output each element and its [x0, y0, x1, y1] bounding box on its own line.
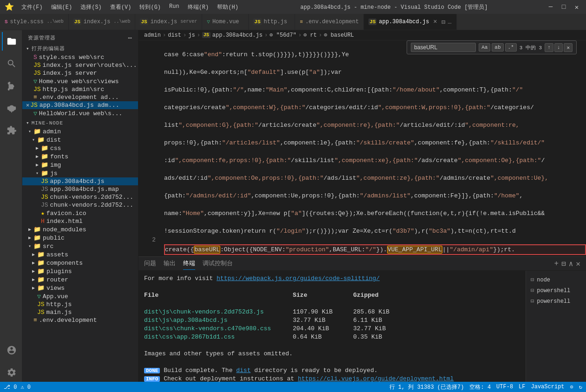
file-icon-html: H — [41, 218, 45, 225]
debug-activity-icon[interactable] — [2, 99, 20, 118]
folder-admin[interactable]: ▾ 📁 admin — [22, 127, 138, 136]
file-env-root[interactable]: ▶ ≡ .env.development — [22, 316, 138, 324]
webpack-link[interactable]: https://webpack.js.org/guides/code-split… — [217, 275, 380, 282]
folder-components[interactable]: ▶ 📁 components — [22, 259, 138, 267]
menu-file[interactable]: 文件(F) — [18, 2, 46, 12]
minimize-button[interactable]: ─ — [546, 3, 555, 11]
file-app-js-map[interactable]: JS app.308a4bcd.js.map — [22, 185, 138, 193]
folder-fonts[interactable]: ▶ 📁 fonts — [22, 152, 138, 161]
dist-link[interactable]: dist — [236, 367, 250, 374]
settings-activity-icon[interactable] — [2, 363, 20, 382]
terminal-tab-terminal[interactable]: 终端 — [183, 257, 195, 270]
folder-dist[interactable]: ▾ 📁 dist — [22, 136, 138, 144]
terminal-collapse-btn[interactable]: ∧ — [569, 259, 573, 268]
folder-plugins[interactable]: ▶ 📁 plugins — [22, 267, 138, 275]
close-icon[interactable]: ✕ — [26, 102, 29, 109]
open-editor-helloworld-vue[interactable]: ▽ HelloWorld.vue web\s... — [22, 109, 138, 118]
mine-node-header[interactable]: ▾ MINE-NODE — [22, 118, 138, 127]
account-activity-icon[interactable] — [2, 341, 20, 359]
terminal-powershell-1-item[interactable]: ⊟ powershell — [526, 285, 586, 296]
folder-public[interactable]: ▶ 📁 public — [22, 234, 138, 242]
tab-env-development[interactable]: ≡ .env.development — [295, 14, 364, 30]
file-main-js[interactable]: ▶ JS main.js — [22, 308, 138, 316]
menu-run[interactable]: Run — [165, 2, 183, 12]
status-eol[interactable]: LF — [519, 384, 525, 390]
status-language[interactable]: JavaScript — [531, 384, 565, 390]
sidebar-more-icon[interactable]: ⋯ — [128, 34, 132, 42]
open-editor-http-js[interactable]: JS http.js admin\src — [22, 85, 138, 93]
js-file-icon-http: JS — [33, 86, 41, 93]
menu-view[interactable]: 查看(V) — [106, 2, 135, 12]
open-editors-header[interactable]: ▾ 打开的编辑器 — [22, 44, 138, 53]
menu-terminal[interactable]: 终端(R) — [184, 2, 213, 12]
terminal-powershell-2-item[interactable]: ⊟ powershell — [526, 296, 586, 307]
vuecli-link[interactable]: https://cli.vuejs.org/guide/deployment.h… — [298, 375, 454, 382]
tab-home-vue[interactable]: ▽ Home.vue — [202, 14, 249, 30]
status-errors[interactable]: ⚠ 0 — [20, 384, 31, 391]
status-cursor[interactable]: 行 1, 列 31383 (已选择7) — [389, 383, 464, 391]
open-editor-home-vue[interactable]: ▽ Home.vue web\src\views — [22, 77, 138, 85]
open-editor-env[interactable]: ≡ .env.development ad... — [22, 93, 138, 101]
terminal-node-item[interactable]: ⊟ node — [526, 274, 586, 285]
file-app-vue[interactable]: ▶ ▽ App.vue — [22, 292, 138, 301]
find-regex-btn[interactable]: .* — [505, 43, 517, 52]
find-case-btn[interactable]: Aa — [479, 43, 490, 52]
status-git-branch[interactable]: ⎇ 0 — [4, 384, 17, 391]
menu-edit[interactable]: 编辑(E) — [47, 2, 76, 12]
file-favicon[interactable]: ▶ ★ favicon.ico — [22, 209, 138, 217]
explorer-activity-icon[interactable] — [2, 32, 20, 51]
find-input[interactable] — [411, 43, 476, 52]
folder-css[interactable]: ▶ 📁 css — [22, 144, 138, 152]
folder-router[interactable]: ▶ 📁 router — [22, 275, 138, 284]
split-icon[interactable]: ⊟ — [441, 18, 445, 26]
tab-close-app-js[interactable]: × — [433, 18, 437, 26]
code-content[interactable]: case 6:case"end":return t.stop()}}}),t)}… — [159, 40, 586, 256]
terminal-add-btn[interactable]: + — [554, 260, 559, 268]
open-editor-index-js-server[interactable]: JS index.js server\routes\... — [22, 61, 138, 69]
file-app-js-map-name: app.308a4bcd.js.map — [50, 186, 119, 193]
menu-help[interactable]: 帮助(H) — [213, 2, 242, 12]
breadcrumb-admin: admin — [144, 32, 161, 39]
file-app-js[interactable]: JS app.308a4bcd.js — [22, 177, 138, 185]
extensions-activity-icon[interactable] — [2, 121, 20, 140]
folder-src[interactable]: ▾ 📁 src — [22, 242, 138, 250]
folder-node-modules[interactable]: ▶ 📁 node_modules — [22, 225, 138, 234]
status-prettier-icon[interactable]: ⊙ — [570, 384, 573, 391]
open-editor-index-js[interactable]: JS index.js server — [22, 69, 138, 77]
file-http-js[interactable]: ▶ JS http.js — [22, 301, 138, 308]
find-prev-btn[interactable]: ↑ — [545, 43, 553, 52]
terminal-tab-output[interactable]: 输出 — [164, 257, 176, 270]
search-activity-icon[interactable] — [2, 54, 20, 73]
maximize-button[interactable]: □ — [559, 3, 568, 11]
find-close-btn[interactable]: ✕ — [564, 43, 573, 52]
open-editor-app-js[interactable]: ✕ JS app.308a4bcd.js adm... — [22, 101, 138, 109]
terminal-split-btn[interactable]: ⊟ — [561, 259, 566, 268]
menu-select[interactable]: 选择(S) — [77, 2, 105, 12]
file-index-html[interactable]: ▶ H index.html — [22, 217, 138, 225]
tab-style-scss[interactable]: S style.scss ..\web — [0, 14, 69, 30]
status-spaces[interactable]: 空格: 4 — [469, 383, 491, 391]
folder-assets[interactable]: ▶ 📁 assets — [22, 250, 138, 259]
folder-img[interactable]: ▶ 📁 img — [22, 161, 138, 169]
file-chunk-vendors-js[interactable]: JS chunk-vendors.2dd752... — [22, 193, 138, 201]
terminal-close-btn[interactable]: ✕ — [576, 259, 580, 268]
tab-app-js[interactable]: JS app.308a4bcd.js × ⊟ … — [364, 14, 456, 30]
close-button[interactable]: ✕ — [572, 3, 581, 11]
terminal-tab-debug[interactable]: 调试控制台 — [203, 257, 233, 270]
git-activity-icon[interactable] — [2, 77, 20, 95]
file-chunk-vendors-map[interactable]: JS chunk-vendors.2dd752... — [22, 201, 138, 209]
tab-http-js[interactable]: JS http.js — [249, 14, 295, 30]
status-encoding[interactable]: UTF-8 — [496, 384, 513, 390]
tab-index-js-web[interactable]: JS index.js ..\web — [69, 14, 136, 30]
menu-goto[interactable]: 转到(G) — [136, 2, 165, 12]
terminal-tab-problems[interactable]: 问题 — [144, 257, 156, 270]
open-editor-style-scss[interactable]: S style.scss web\src — [22, 53, 138, 61]
sidebar-header: 资源管理器 ⋯ — [22, 30, 138, 44]
find-next-btn[interactable]: ↓ — [554, 43, 563, 52]
tab-index-js-server[interactable]: JS index.js server — [135, 14, 202, 30]
status-feedback-icon[interactable]: ↻ — [579, 384, 582, 391]
find-word-btn[interactable]: ab — [492, 43, 503, 52]
folder-views[interactable]: ▶ 📁 views — [22, 284, 138, 292]
more-icon[interactable]: … — [448, 18, 451, 26]
folder-js[interactable]: ▾ 📁 js — [22, 169, 138, 177]
